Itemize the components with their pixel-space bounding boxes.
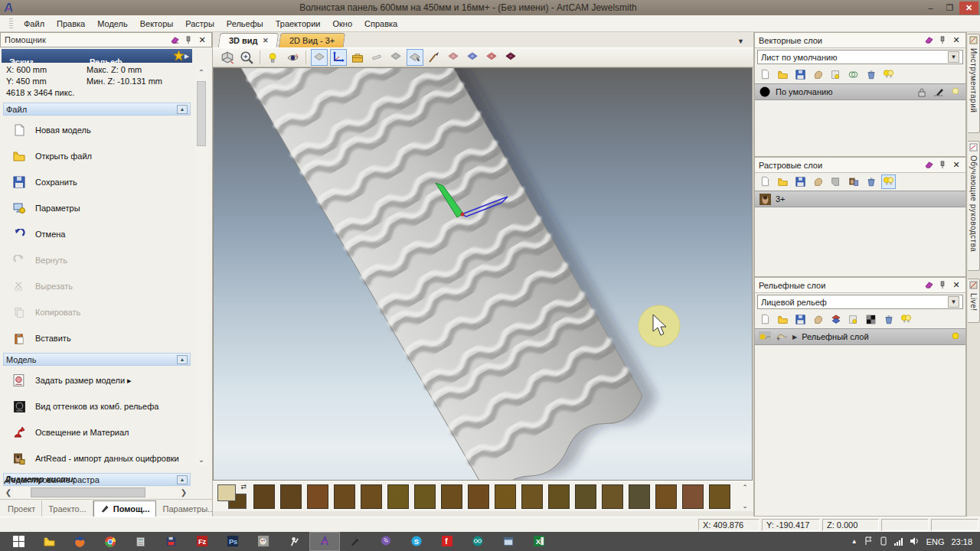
- palette-swatch-6[interactable]: [414, 484, 436, 509]
- chevron-down-icon[interactable]: ▼: [948, 296, 959, 308]
- bulbs-icon[interactable]: [881, 67, 896, 82]
- tab-3d-view[interactable]: 3D вид ✕: [218, 33, 279, 47]
- device-icon[interactable]: [880, 536, 887, 547]
- add-relief-icon[interactable]: +: [776, 331, 788, 343]
- view-tool-toolbox[interactable]: [349, 49, 366, 66]
- palette-swatch-13[interactable]: [602, 484, 623, 509]
- minimize-button[interactable]: –: [921, 2, 940, 15]
- view-tool-relief-pink[interactable]: [445, 49, 462, 66]
- vector-layer-row[interactable]: По умолчанию: [755, 83, 965, 100]
- palette-swatch-11[interactable]: [548, 484, 570, 509]
- close-button[interactable]: ✕: [959, 2, 978, 15]
- scroll-up-icon[interactable]: ⌃: [195, 67, 207, 78]
- taskbar-arduino[interactable]: [462, 532, 493, 551]
- view-tool-relief-blue[interactable]: [464, 49, 481, 66]
- primary-color[interactable]: [217, 484, 236, 501]
- star-icon[interactable]: [173, 50, 185, 63]
- taskbar-filezilla[interactable]: Fz: [187, 532, 217, 551]
- palette-swatch-15[interactable]: [655, 484, 677, 509]
- floppy-icon[interactable]: [793, 67, 808, 82]
- palette-swatch-16[interactable]: [682, 484, 704, 509]
- folder-icon[interactable]: [776, 312, 790, 327]
- taskbar-viber[interactable]: [371, 532, 401, 551]
- graysheet-icon[interactable]: [828, 174, 843, 189]
- taskbar-artcam[interactable]: [309, 532, 340, 551]
- palette-down-icon[interactable]: ⌄: [740, 502, 750, 510]
- taskbar-faststone[interactable]: f: [432, 532, 462, 551]
- view-tool-relief-dark[interactable]: [502, 49, 519, 66]
- taskbar-chrome[interactable]: [95, 532, 126, 551]
- pin-icon[interactable]: [183, 34, 194, 45]
- view-tool-measure[interactable]: [368, 49, 385, 66]
- expand-arrow-icon[interactable]: ▶: [792, 334, 797, 341]
- palette-swatch-12[interactable]: [575, 484, 596, 509]
- swap-colors-icon[interactable]: ⇄: [240, 483, 247, 491]
- palette-swatch-3[interactable]: [334, 484, 355, 509]
- view-tool-draw-plane[interactable]: [311, 49, 328, 66]
- assistant-item-save[interactable]: Сохранить: [2, 169, 192, 195]
- trash-icon[interactable]: [864, 174, 878, 189]
- view-tool-origin-axes[interactable]: [330, 49, 347, 66]
- palette-swatch-8[interactable]: [468, 484, 489, 509]
- page-icon[interactable]: [758, 67, 773, 82]
- view-tool-orbit-cube[interactable]: [219, 49, 236, 66]
- speaker-icon[interactable]: [910, 536, 920, 547]
- close-panel-icon[interactable]: ✕: [951, 280, 962, 291]
- sheet-dropdown[interactable]: Лист по умолчанию▼: [757, 50, 963, 64]
- folder-icon[interactable]: [776, 67, 790, 82]
- pin-icon[interactable]: [937, 35, 948, 46]
- eraser-icon[interactable]: [923, 160, 934, 171]
- page-icon[interactable]: [758, 174, 773, 189]
- assistant-item-open-folder[interactable]: Открыть файл: [2, 143, 192, 169]
- primary-secondary-colors[interactable]: ⇄: [216, 483, 248, 510]
- banner-arrow-icon[interactable]: ▶: [185, 53, 189, 60]
- folder-icon[interactable]: [776, 174, 790, 189]
- palette-swatch-14[interactable]: [629, 484, 650, 509]
- close-panel-icon[interactable]: ✕: [951, 35, 962, 46]
- maximize-button[interactable]: ❐: [940, 2, 959, 15]
- taskbar-start[interactable]: [3, 532, 34, 551]
- assistant-scrollbar[interactable]: ⌃ ⌄: [195, 67, 207, 465]
- stack-icon[interactable]: [828, 312, 843, 327]
- palette-swatch-1[interactable]: [280, 484, 302, 509]
- pin-icon[interactable]: [937, 160, 948, 171]
- assistant-item-lighting[interactable]: Освещение и Материал: [2, 419, 192, 445]
- menu-item-3[interactable]: Векторы: [134, 17, 179, 31]
- pin-icon[interactable]: [937, 280, 948, 291]
- assistant-item-model-size[interactable]: Задать размер модели ▸: [2, 367, 192, 393]
- viewport-3d[interactable]: [213, 67, 753, 481]
- palette-swatch-10[interactable]: [521, 484, 543, 509]
- merge-icon[interactable]: [846, 67, 861, 82]
- lock-icon[interactable]: [916, 86, 928, 98]
- collapse-icon[interactable]: ▲: [177, 475, 188, 484]
- bulbs-icon[interactable]: [881, 174, 896, 189]
- flag-icon[interactable]: [864, 536, 873, 547]
- page-icon[interactable]: [758, 312, 773, 327]
- tab-list-dropdown-icon[interactable]: ▼: [737, 37, 744, 45]
- taskbar-excel[interactable]: X: [524, 532, 554, 551]
- view-tool-relief-gray[interactable]: [387, 49, 404, 66]
- collapse-icon[interactable]: ▲: [177, 355, 188, 364]
- assistant-tab-1[interactable]: Траекто...: [42, 500, 93, 517]
- section-header-1[interactable]: Модель▲: [3, 353, 191, 366]
- close-panel-icon[interactable]: ✕: [951, 160, 962, 171]
- palette-swatch-7[interactable]: [441, 484, 462, 509]
- assistant-item-paste[interactable]: Вставить: [2, 325, 192, 351]
- relief-layer-row[interactable]: + ▶ Рельефный слой: [755, 328, 965, 345]
- view-tool-shaded-eye[interactable]: [284, 49, 301, 66]
- view-tool-relief-red[interactable]: [483, 49, 500, 66]
- assistant-item-relief-shading[interactable]: Вид оттенков из комб. рельефа: [2, 393, 192, 419]
- sheet-icon[interactable]: [828, 67, 843, 82]
- mona-icon[interactable]: [846, 174, 861, 189]
- menu-item-0[interactable]: Файл: [18, 17, 51, 31]
- assistant-tab-2[interactable]: Помощ...: [93, 500, 157, 517]
- palette-up-icon[interactable]: ⌃: [740, 484, 750, 491]
- eraser-icon[interactable]: [169, 34, 180, 45]
- assistant-item-artread[interactable]: ArtRead - импорт данных оцифровки: [2, 445, 192, 471]
- palette-swatch-2[interactable]: [307, 484, 328, 509]
- language-indicator[interactable]: ENG: [926, 537, 945, 546]
- menu-item-7[interactable]: Окно: [327, 17, 359, 31]
- view-tool-zoom-in[interactable]: [238, 49, 255, 66]
- close-panel-icon[interactable]: ✕: [197, 34, 207, 45]
- scrollbar-thumb[interactable]: [197, 81, 206, 146]
